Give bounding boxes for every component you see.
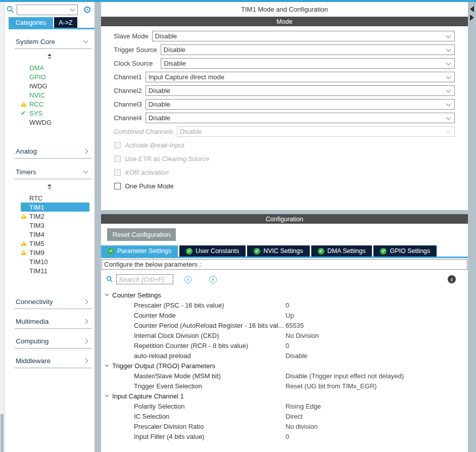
tree-section-counter-settings[interactable]: Counter Settings <box>101 290 468 300</box>
check-circle-icon: ✔ <box>108 248 114 255</box>
chevron-down-icon <box>83 38 88 43</box>
list-resize-handle[interactable] <box>5 54 94 60</box>
panel-divider[interactable] <box>94 2 101 452</box>
tab-dma-settings[interactable]: ✔ DMA Settings <box>311 245 372 257</box>
sidebar-item-tim5[interactable]: TIM5 <box>21 239 89 248</box>
clock-source-label: Clock Source <box>114 60 153 67</box>
param-counter-period[interactable]: Counter Period (AutoReload Register - 16… <box>101 320 468 330</box>
search-previous-button[interactable]: ‹ <box>184 276 192 283</box>
param-trigger-event-selection[interactable]: Trigger Event Selection Reset (UG bit fr… <box>101 381 468 391</box>
trigger-source-label: Trigger Source <box>114 46 157 54</box>
tab-parameter-settings[interactable]: ✔ Parameter Settings <box>101 245 178 257</box>
divider <box>15 368 91 368</box>
tree-section-input-capture-ch1[interactable]: Input Capture Channel 1 <box>101 391 468 401</box>
channel1-select[interactable]: Input Capture direct mode <box>146 72 455 82</box>
check-circle-icon: ✔ <box>318 248 324 255</box>
category-connectivity[interactable]: Connectivity <box>5 295 94 308</box>
tree-section-trigger-output[interactable]: Trigger Output (TRGO) Parameters <box>101 361 468 371</box>
chevron-right-icon <box>83 319 88 324</box>
sidebar-item-nvic[interactable]: NVIC <box>21 90 89 99</box>
activate-break-input-checkbox <box>114 142 121 148</box>
collapse-left-arrow-icon[interactable] <box>470 6 474 12</box>
slave-mode-select[interactable]: Disable <box>152 31 455 41</box>
sidebar-item-tim3[interactable]: TIM3 <box>21 221 89 230</box>
tab-user-constants[interactable]: ✔ User Constants <box>179 245 246 257</box>
warning-icon <box>21 102 27 107</box>
channel2-label: Channel2 <box>114 87 142 94</box>
collapse-right-arrow-icon[interactable] <box>470 15 474 21</box>
channel1-label: Channel1 <box>114 73 142 81</box>
search-icon <box>106 276 113 283</box>
sidebar-scrollbar[interactable] <box>0 2 5 452</box>
peripheral-sidebar: ⚙ Categories A->Z System Core DMA GPIO I… <box>5 2 94 452</box>
check-icon: ✔ <box>21 110 26 116</box>
ip-search-combo[interactable] <box>17 5 78 15</box>
tab-categories[interactable]: Categories <box>9 17 53 28</box>
category-timers[interactable]: Timers <box>5 166 94 178</box>
parameter-search-input[interactable] <box>116 274 173 284</box>
param-auto-reload-preload[interactable]: auto-reload preload Disable <box>101 350 468 361</box>
channel4-select[interactable]: Disable <box>146 113 455 123</box>
one-pulse-mode-checkbox[interactable] <box>114 183 121 189</box>
sidebar-item-dma[interactable]: DMA <box>21 63 89 72</box>
param-internal-clock-division[interactable]: Internal Clock Division (CKD) No Divisio… <box>101 330 468 340</box>
sidebar-item-tim11[interactable]: TIM11 <box>21 266 89 275</box>
sidebar-item-tim4[interactable]: TIM4 <box>21 230 89 239</box>
category-middleware[interactable]: Middleware <box>5 355 94 367</box>
param-prescaler-division-ratio[interactable]: Prescaler Division Ratio No division <box>101 421 468 431</box>
sidebar-item-wwdg[interactable]: WWDG <box>21 118 89 127</box>
mode-configuration-panel: TIM1 Mode and Configuration Mode Slave M… <box>101 2 468 452</box>
param-input-filter[interactable]: Input Filter (4 bits value) 0 <box>101 431 468 441</box>
reset-configuration-button[interactable]: Reset Configuration <box>107 228 176 241</box>
check-circle-icon: ✔ <box>254 248 260 255</box>
sidebar-item-rcc[interactable]: RCC <box>21 99 89 109</box>
sidebar-item-sys[interactable]: ✔SYS <box>21 109 89 118</box>
param-counter-mode[interactable]: Counter Mode Up <box>101 310 468 320</box>
chevron-right-icon <box>83 338 88 343</box>
tab-a-z[interactable]: A->Z <box>54 17 77 28</box>
settings-gear-icon[interactable]: ⚙ <box>83 5 91 15</box>
section-divider <box>101 210 468 214</box>
tab-nvic-settings[interactable]: ✔ NVIC Settings <box>247 245 310 257</box>
param-ic-selection[interactable]: IC Selection Direct <box>101 411 468 421</box>
param-master-slave-mode[interactable]: Master/Slave Mode (MSM bit) Disable (Tri… <box>101 371 468 381</box>
sidebar-item-rtc[interactable]: RTC <box>21 193 89 203</box>
combined-channels-label: Combined Channels <box>114 128 173 135</box>
category-analog[interactable]: Analog <box>5 145 94 157</box>
channel3-select[interactable]: Disable <box>146 99 455 110</box>
clock-source-select[interactable]: Disable <box>161 58 455 69</box>
category-system-core[interactable]: System Core <box>5 35 94 47</box>
channel4-label: Channel4 <box>114 114 142 122</box>
param-polarity-selection[interactable]: Polarity Selection Rising Edge <box>101 401 468 411</box>
category-computing[interactable]: Computing <box>5 335 94 347</box>
chevron-down-icon <box>446 101 451 106</box>
channel2-select[interactable]: Disable <box>146 85 455 96</box>
sidebar-item-tim9[interactable]: TIM9 <box>21 248 89 257</box>
search-next-button[interactable]: › <box>209 276 217 283</box>
list-resize-handle[interactable] <box>5 184 94 190</box>
chevron-right-icon <box>83 358 88 363</box>
param-repetition-counter[interactable]: Repetition Counter (RCR - 8 bits value) … <box>101 340 468 350</box>
sidebar-scrollbar-thumb[interactable] <box>1 414 4 452</box>
xor-activation-checkbox <box>114 169 121 176</box>
sidebar-item-tim1[interactable]: ✔TIM1 <box>21 203 89 212</box>
panel-collapse-strip <box>468 2 476 452</box>
sidebar-item-iwdg[interactable]: IWDG <box>21 81 89 90</box>
chevron-down-icon <box>105 363 109 367</box>
panel-title: TIM1 Mode and Configuration <box>101 2 468 17</box>
sidebar-item-gpio[interactable]: GPIO <box>21 72 89 81</box>
info-icon[interactable]: i <box>448 275 456 283</box>
chevron-right-icon <box>83 299 88 304</box>
tab-gpio-settings[interactable]: ✔ GPIO Settings <box>373 245 437 257</box>
chevron-down-icon <box>105 292 109 296</box>
top-accent-bar <box>0 0 476 2</box>
trigger-source-select[interactable]: Disable <box>161 44 455 55</box>
check-icon: ✔ <box>21 204 26 210</box>
slave-mode-label: Slave Mode <box>114 32 149 40</box>
sidebar-item-tim10[interactable]: TIM10 <box>21 257 89 266</box>
sidebar-item-tim2[interactable]: TIM2 <box>21 212 89 221</box>
chevron-down-icon <box>70 7 75 12</box>
search-icon <box>7 6 15 14</box>
category-multimedia[interactable]: Multimedia <box>5 315 94 327</box>
param-prescaler[interactable]: Prescaler (PSC - 16 bits value) 0 <box>101 300 468 310</box>
